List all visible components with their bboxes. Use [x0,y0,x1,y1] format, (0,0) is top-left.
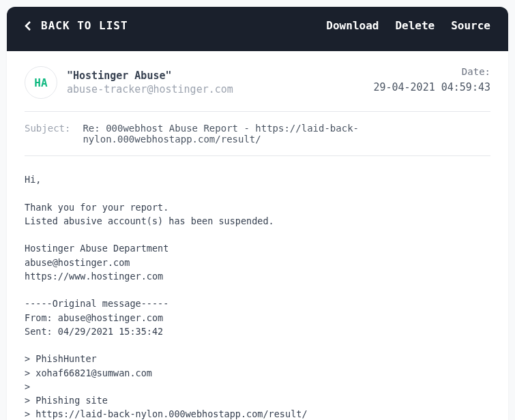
body-section: Hi, Thank you for your report. Listed ab… [7,156,508,420]
from-group: HA "Hostinger Abuse" abuse-tracker@hosti… [25,66,233,99]
from-name: "Hostinger Abuse" [67,70,233,82]
from-email: abuse-tracker@hostinger.com [67,83,233,95]
email-body: Hi, Thank you for your report. Listed ab… [25,172,490,420]
avatar: HA [25,66,57,99]
header-actions: Download Delete Source [326,19,490,32]
back-label: BACK TO LIST [41,19,128,32]
from-text: "Hostinger Abuse" abuse-tracker@hostinge… [67,70,233,95]
header-bar: BACK TO LIST Download Delete Source [7,7,508,51]
delete-button[interactable]: Delete [395,19,435,32]
back-to-list-button[interactable]: BACK TO LIST [25,19,128,32]
date-label: Date: [373,66,490,77]
source-button[interactable]: Source [451,19,490,32]
meta-section: HA "Hostinger Abuse" abuse-tracker@hosti… [7,51,508,156]
email-card: BACK TO LIST Download Delete Source HA "… [7,7,508,420]
subject-value: Re: 000webhost Abuse Report - https://la… [83,123,490,145]
date-value: 29-04-2021 04:59:43 [373,81,490,93]
subject-label: Subject: [25,123,70,134]
chevron-left-icon [25,20,31,31]
date-group: Date: 29-04-2021 04:59:43 [373,66,490,93]
subject-row: Subject: Re: 000webhost Abuse Report - h… [25,112,490,156]
from-date-row: HA "Hostinger Abuse" abuse-tracker@hosti… [25,66,490,112]
download-button[interactable]: Download [326,19,379,32]
